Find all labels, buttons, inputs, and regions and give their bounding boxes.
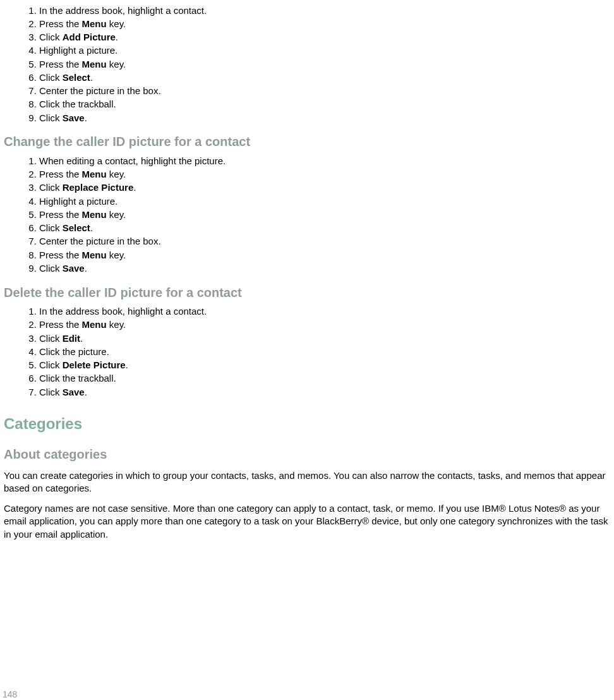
heading-categories: Categories xyxy=(4,414,610,434)
step-text-bold: Menu xyxy=(82,59,107,69)
step-item: In the address book, highlight a contact… xyxy=(39,305,610,318)
step-item: Highlight a picture. xyxy=(39,44,610,57)
step-text-bold: Menu xyxy=(82,169,107,179)
step-text-bold: Delete Picture xyxy=(63,359,126,370)
step-text-pre: Press the xyxy=(39,209,82,220)
step-item: Press the Menu key. xyxy=(39,57,610,71)
step-item: Center the picture in the box. xyxy=(39,235,610,248)
step-text-pre: Highlight a picture. xyxy=(39,45,117,56)
step-item: Click Edit. xyxy=(39,332,610,345)
step-item: Click the trackball. xyxy=(39,372,610,385)
step-text-post: . xyxy=(85,263,87,274)
step-text-bold: Menu xyxy=(82,18,107,29)
step-text-post: key. xyxy=(107,250,126,260)
step-item: In the address book, highlight a contact… xyxy=(39,4,610,17)
step-text-pre: Click xyxy=(39,387,63,397)
step-item: Click Select. xyxy=(39,222,610,235)
step-text-bold: Menu xyxy=(82,250,107,260)
step-item: Click Replace Picture. xyxy=(39,181,610,195)
paragraph-about-categories-2: Category names are not case sensitive. M… xyxy=(4,502,610,541)
heading-about-categories: About categories xyxy=(4,446,610,463)
step-item: Click Delete Picture. xyxy=(39,359,610,372)
step-text-pre: Click xyxy=(39,112,63,123)
step-text-post: . xyxy=(133,182,136,193)
step-text-bold: Save xyxy=(63,387,85,397)
step-text-pre: Click xyxy=(39,263,63,274)
step-text-post: key. xyxy=(107,319,126,330)
step-item: When editing a contact, highlight the pi… xyxy=(39,154,610,167)
step-item: Click Save. xyxy=(39,385,610,399)
step-text-post: . xyxy=(85,112,87,123)
step-text-pre: Click xyxy=(39,222,63,233)
step-text-post: . xyxy=(85,387,87,397)
step-item: Highlight a picture. xyxy=(39,195,610,208)
step-text-post: key. xyxy=(107,169,126,179)
heading-delete-picture: Delete the caller ID picture for a conta… xyxy=(4,284,610,301)
step-text-post: . xyxy=(126,359,128,370)
step-item: Center the picture in the box. xyxy=(39,85,610,98)
step-text-pre: Center the picture in the box. xyxy=(39,85,161,96)
step-text-pre: When editing a contact, highlight the pi… xyxy=(39,155,226,166)
step-item: Click Select. xyxy=(39,71,610,84)
step-text-bold: Save xyxy=(63,263,85,274)
heading-change-picture: Change the caller ID picture for a conta… xyxy=(4,133,610,150)
step-text-bold: Edit xyxy=(63,333,80,344)
step-item: Press the Menu key. xyxy=(39,318,610,332)
step-text-pre: Press the xyxy=(39,18,82,29)
step-text-pre: Center the picture in the box. xyxy=(39,236,161,246)
step-text-post: . xyxy=(90,222,93,233)
step-text-pre: In the address book, highlight a contact… xyxy=(39,306,207,317)
step-text-pre: Click xyxy=(39,32,63,42)
step-item: Click Add Picture. xyxy=(39,31,610,44)
step-item: Press the Menu key. xyxy=(39,168,610,181)
step-text-bold: Select xyxy=(63,222,90,233)
step-text-pre: Click the trackball. xyxy=(39,99,116,109)
step-text-bold: Replace Picture xyxy=(63,182,134,193)
step-item: Click Save. xyxy=(39,111,610,124)
step-text-pre: Click xyxy=(39,72,63,83)
step-text-pre: Press the xyxy=(39,319,82,330)
step-text-post: key. xyxy=(107,59,126,69)
step-text-bold: Select xyxy=(63,72,90,83)
step-text-pre: Click xyxy=(39,359,63,370)
step-item: Press the Menu key. xyxy=(39,17,610,30)
step-item: Click the picture. xyxy=(39,345,610,358)
step-text-bold: Save xyxy=(63,112,85,123)
step-text-pre: Press the xyxy=(39,250,82,260)
step-text-pre: Click xyxy=(39,333,63,344)
step-text-post: . xyxy=(116,32,118,42)
step-item: Press the Menu key. xyxy=(39,208,610,221)
step-text-pre: Press the xyxy=(39,59,82,69)
step-text-bold: Menu xyxy=(82,319,107,330)
step-text-post: . xyxy=(90,72,93,83)
step-text-post: key. xyxy=(107,18,126,29)
add-picture-steps-list: In the address book, highlight a contact… xyxy=(4,4,610,124)
step-text-pre: Press the xyxy=(39,169,82,179)
step-text-bold: Menu xyxy=(82,209,107,220)
step-item: Click the trackball. xyxy=(39,98,610,111)
paragraph-about-categories-1: You can create categories in which to gr… xyxy=(4,469,610,495)
step-text-bold: Add Picture xyxy=(63,32,116,42)
step-text-pre: Highlight a picture. xyxy=(39,196,117,207)
change-picture-steps-list: When editing a contact, highlight the pi… xyxy=(4,154,610,275)
step-text-pre: In the address book, highlight a contact… xyxy=(39,5,207,16)
step-item: Click Save. xyxy=(39,262,610,275)
page-number: 148 xyxy=(3,689,17,700)
step-text-post: . xyxy=(80,333,83,344)
step-text-post: key. xyxy=(107,209,126,220)
step-text-pre: Click the trackball. xyxy=(39,373,116,383)
step-text-pre: Click xyxy=(39,182,63,193)
step-text-pre: Click the picture. xyxy=(39,346,109,357)
delete-picture-steps-list: In the address book, highlight a contact… xyxy=(4,305,610,399)
step-item: Press the Menu key. xyxy=(39,248,610,262)
